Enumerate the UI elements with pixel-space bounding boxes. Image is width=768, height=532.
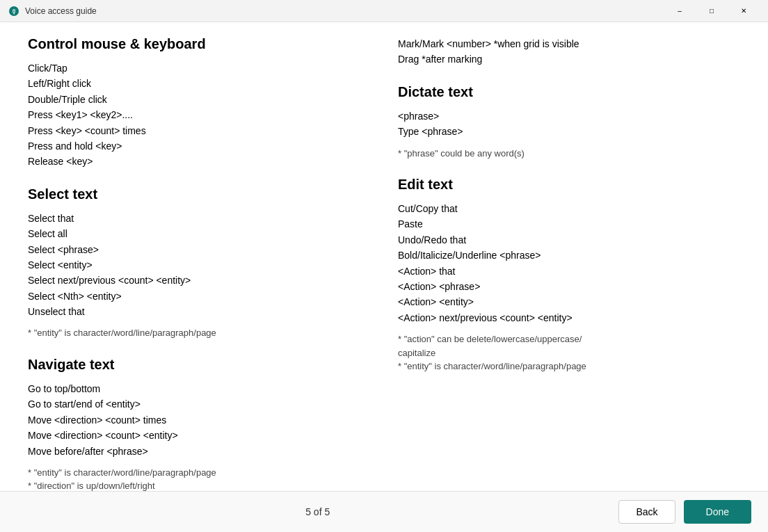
section-title-dictate: Dictate text <box>398 84 740 100</box>
window-title: Voice access guide <box>25 6 97 16</box>
item-unselect: Unselect that <box>28 304 370 319</box>
item-click-tap: Click/Tap <box>28 61 370 76</box>
section-title-edit: Edit text <box>398 177 740 193</box>
item-cut-copy: Cut/Copy that <box>398 201 740 216</box>
back-button[interactable]: Back <box>618 500 675 524</box>
section-select-text: Select text Select that Select all Selec… <box>28 186 370 340</box>
item-paste: Paste <box>398 216 740 232</box>
item-type-phrase: Type <phrase> <box>398 124 740 139</box>
note-navigate-entity: * "entity" is character/word/line/paragr… <box>28 466 370 491</box>
item-release: Release <key> <box>28 154 370 169</box>
section-edit-text: Edit text Cut/Copy that Paste Undo/Redo … <box>398 177 740 373</box>
left-column: Control mouse & keyboard Click/Tap Left/… <box>28 36 370 491</box>
section-title-control: Control mouse & keyboard <box>28 36 370 52</box>
section-title-navigate: Navigate text <box>28 357 370 373</box>
page-indicator: 5 of 5 <box>305 506 330 517</box>
app-icon: 🎙 <box>8 6 19 17</box>
item-action-that: <Action> that <box>398 264 740 279</box>
item-select-nth: Select <Nth> <entity> <box>28 289 370 304</box>
done-button[interactable]: Done <box>684 500 751 524</box>
note-phrase: * "phrase" could be any word(s) <box>398 147 740 161</box>
item-move-dir-entity: Move <direction> <count> <entity> <box>28 428 370 443</box>
item-select-all: Select all <box>28 226 370 241</box>
section-navigate-text: Navigate text Go to top/bottom Go to sta… <box>28 357 370 491</box>
bottom-bar: 5 of 5 Back Done <box>0 491 768 532</box>
item-action-phrase: <Action> <phrase> <box>398 279 740 294</box>
item-select-next-prev: Select next/previous <count> <entity> <box>28 273 370 288</box>
two-column-layout: Control mouse & keyboard Click/Tap Left/… <box>28 36 740 491</box>
item-double-triple-click: Double/Triple click <box>28 92 370 107</box>
section-title-select: Select text <box>28 186 370 202</box>
item-action-next-prev: <Action> next/previous <count> <entity> <box>398 310 740 325</box>
item-bold-italic-underline: Bold/Italicize/Underline <phrase> <box>398 248 740 263</box>
section-top-items: Mark/Mark <number> *when grid is visible… <box>398 36 740 67</box>
item-mark: Mark/Mark <number> *when grid is visible <box>398 36 740 51</box>
item-press-keys: Press <key1> <key2>.... <box>28 107 370 122</box>
section-control-mouse-keyboard: Control mouse & keyboard Click/Tap Left/… <box>28 36 370 170</box>
item-goto-start-end: Go to start/end of <entity> <box>28 396 370 412</box>
section-dictate-text: Dictate text <phrase> Type <phrase> * "p… <box>398 84 740 160</box>
item-drag: Drag *after marking <box>398 51 740 67</box>
item-goto-top-bottom: Go to top/bottom <box>28 381 370 396</box>
item-undo-redo: Undo/Redo that <box>398 232 740 248</box>
title-bar-left: 🎙 Voice access guide <box>8 6 97 17</box>
maximize-button[interactable]: □ <box>696 0 728 22</box>
item-action-entity: <Action> <entity> <box>398 294 740 309</box>
right-column: Mark/Mark <number> *when grid is visible… <box>398 36 740 491</box>
item-phrase: <phrase> <box>398 108 740 124</box>
note-select-entity: * "entity" is character/word/line/paragr… <box>28 326 370 340</box>
item-press-hold: Press and hold <key> <box>28 138 370 154</box>
note-edit-action: * "action" can be delete/lowercase/upper… <box>398 332 740 373</box>
title-bar: 🎙 Voice access guide – □ ✕ <box>0 0 768 22</box>
close-button[interactable]: ✕ <box>728 0 760 22</box>
item-move-before-after: Move before/after <phrase> <box>28 444 370 459</box>
item-move-dir-count: Move <direction> <count> times <box>28 412 370 428</box>
item-select-entity: Select <entity> <box>28 257 370 273</box>
item-press-key-count: Press <key> <count> times <box>28 123 370 138</box>
bottom-buttons: Back Done <box>618 500 751 524</box>
minimize-button[interactable]: – <box>664 0 696 22</box>
svg-text:🎙: 🎙 <box>11 8 17 15</box>
item-select-phrase: Select <phrase> <box>28 242 370 257</box>
content-area: Control mouse & keyboard Click/Tap Left/… <box>0 22 768 491</box>
item-select-that: Select that <box>28 211 370 226</box>
item-left-right-click: Left/Right click <box>28 76 370 91</box>
window-controls: – □ ✕ <box>664 0 760 22</box>
